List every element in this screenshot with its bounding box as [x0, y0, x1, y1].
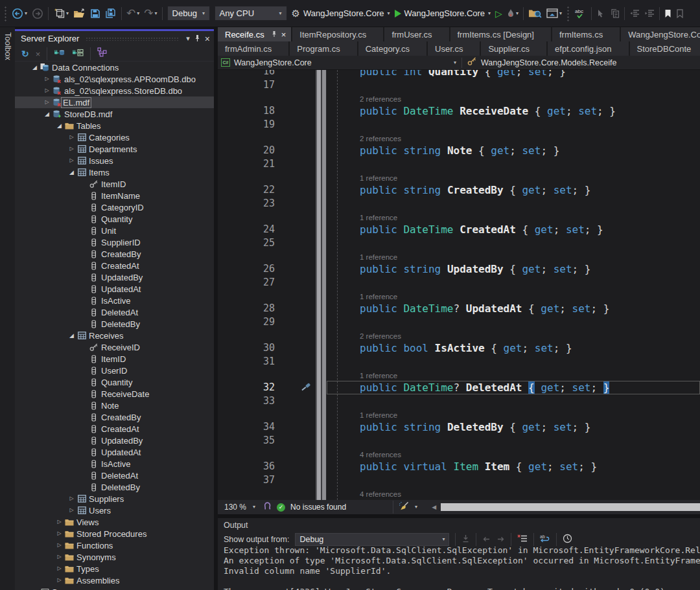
- sql-server-object-explorer-icon[interactable]: [97, 47, 107, 60]
- back-caret-icon[interactable]: [25, 11, 27, 16]
- tree-item-categories[interactable]: Categories: [15, 131, 214, 143]
- output-text[interactable]: Exception thrown: 'Microsoft.Data.SqlCli…: [218, 545, 700, 590]
- code-line-19[interactable]: 19: [218, 118, 700, 131]
- project-dropdown[interactable]: C# WangJengStore.Core: [218, 58, 461, 67]
- new-project-caret-icon[interactable]: [66, 11, 69, 16]
- tree-item-deletedat[interactable]: DeletedAt: [15, 470, 214, 481]
- expand-arrow[interactable]: [43, 100, 51, 105]
- start-debugging-button[interactable]: WangJengStore.Core: [395, 8, 491, 18]
- codelens-references[interactable]: 1 reference: [360, 293, 397, 301]
- tree-item-receivedate[interactable]: ReceiveDate: [15, 388, 214, 400]
- expand-arrow[interactable]: [67, 170, 76, 176]
- code-line-26[interactable]: 26public string UpdatedBy { get; set; }: [218, 262, 700, 276]
- decrease-indent-button[interactable]: [629, 9, 640, 17]
- paste-append-button[interactable]: [610, 8, 620, 18]
- timestamps-icon[interactable]: [563, 534, 572, 546]
- tree-item-updatedby[interactable]: UpdatedBy: [15, 271, 214, 283]
- codelens-references[interactable]: 1 reference: [360, 372, 397, 380]
- code-line-28[interactable]: 28public DateTime? UpdatedAt { get; set;…: [218, 302, 700, 315]
- configuration-dropdown[interactable]: Debug: [167, 6, 210, 21]
- tree-item-deletedat[interactable]: DeletedAt: [15, 306, 214, 318]
- tree-item-types[interactable]: Types: [15, 563, 214, 574]
- toolbar-drag-grip[interactable]: [4, 6, 7, 21]
- code-line-36[interactable]: 36public virtual Item Item { get; set; }: [218, 460, 700, 473]
- tab-wangjengstore-core-c[interactable]: WangJengStore.Core.c: [621, 27, 700, 41]
- word-wrap-icon[interactable]: ab: [540, 534, 550, 545]
- toggle-bookmark-button[interactable]: [664, 9, 671, 18]
- redo-caret-icon[interactable]: [155, 11, 158, 16]
- forward-button[interactable]: [32, 8, 43, 19]
- code-line-27[interactable]: 27: [218, 276, 700, 289]
- tree-item-views[interactable]: Views: [15, 516, 214, 528]
- tree-item-synonyms[interactable]: Synonyms: [15, 551, 214, 563]
- tree-item-deletedby[interactable]: DeletedBy: [15, 318, 214, 330]
- tree-item-data-connections[interactable]: Data Connections: [15, 62, 214, 73]
- pin-icon[interactable]: [194, 34, 201, 43]
- tree-item-departments[interactable]: Departments: [15, 143, 214, 155]
- expand-arrow[interactable]: [43, 111, 51, 117]
- zoom-dropdown[interactable]: 130 %: [222, 503, 258, 512]
- tree-item-updatedat[interactable]: UpdatedAt: [15, 283, 214, 295]
- expand-arrow[interactable]: [43, 88, 51, 93]
- connect-server-icon[interactable]: [72, 48, 84, 60]
- tree-item-createdat[interactable]: CreatedAt: [15, 423, 214, 435]
- code-line-29[interactable]: 29: [218, 315, 700, 329]
- code-line-17[interactable]: 17: [218, 78, 700, 92]
- tab-category-cs[interactable]: Category.cs: [358, 41, 426, 56]
- tree-item-functions[interactable]: Functions: [15, 539, 214, 551]
- tree-item-items[interactable]: Items: [15, 166, 214, 178]
- stop-refresh-icon[interactable]: [36, 48, 41, 60]
- next-message-icon[interactable]: [496, 534, 505, 545]
- next-bookmark-button[interactable]: [676, 9, 684, 18]
- redo-button[interactable]: [144, 8, 157, 19]
- code-line-20[interactable]: 20public string Note { get; set; }: [218, 144, 700, 157]
- expand-arrow[interactable]: [55, 543, 64, 548]
- tab-user-cs[interactable]: User.cs: [428, 41, 480, 56]
- codelens-references[interactable]: 2 references: [360, 332, 401, 340]
- expand-arrow[interactable]: [55, 566, 64, 571]
- code-line-16[interactable]: 16public int Quantity { get; set; }: [218, 70, 700, 78]
- new-project-button[interactable]: [53, 8, 69, 19]
- expand-arrow[interactable]: [43, 76, 51, 82]
- tab-frmitems-cs-design[interactable]: frmItems.cs [Design]: [450, 27, 551, 41]
- tree-item-quantity[interactable]: Quantity: [15, 376, 214, 388]
- tree-item-tables[interactable]: Tables: [15, 120, 214, 131]
- panel-menu-caret-icon[interactable]: [186, 35, 190, 42]
- startup-project-dropdown[interactable]: WangJengStore.Core: [292, 8, 390, 18]
- pin-icon[interactable]: [271, 30, 277, 40]
- tree-item-quantity[interactable]: Quantity: [15, 213, 214, 225]
- codelens-references[interactable]: 2 references: [360, 95, 401, 103]
- symbol-dropdown[interactable]: WangJengStore.Core.Models.Receife: [462, 57, 616, 68]
- tree-item-issues[interactable]: Issues: [15, 155, 214, 166]
- increase-indent-button[interactable]: [644, 9, 655, 17]
- code-line-22[interactable]: 22public string CreatedBy { get; set; }: [218, 183, 700, 197]
- health-indicator-icon[interactable]: [263, 501, 272, 513]
- code-cleanup-button[interactable]: [399, 501, 410, 514]
- tree-item-isactive[interactable]: IsActive: [15, 458, 214, 470]
- undo-button[interactable]: [126, 8, 139, 19]
- tree-item-receives[interactable]: Receives: [15, 330, 214, 341]
- clear-all-icon[interactable]: [517, 534, 528, 545]
- tree-item-note[interactable]: Note: [15, 400, 214, 411]
- code-line-34[interactable]: 34public string DeletedBy { get; set; }: [218, 420, 700, 434]
- code-line-35[interactable]: 35: [218, 434, 700, 448]
- tree-item-assemblies[interactable]: Assemblies: [15, 574, 214, 586]
- go-to-message-icon[interactable]: [461, 534, 470, 545]
- expand-arrow[interactable]: [55, 123, 64, 129]
- expand-arrow[interactable]: [67, 146, 76, 152]
- quick-actions-screwdriver-icon[interactable]: [301, 381, 311, 394]
- tree-item-receiveid[interactable]: ReceiveID: [15, 341, 214, 353]
- code-line-37[interactable]: 37: [218, 473, 700, 487]
- codelens-references[interactable]: 4 references: [360, 451, 401, 459]
- no-issues-icon[interactable]: [277, 503, 285, 512]
- expand-arrow[interactable]: [55, 554, 64, 560]
- tab-efpt-config-json[interactable]: efpt.config.json: [548, 41, 628, 56]
- spell-check-button[interactable]: abc: [574, 8, 587, 19]
- tree-item-als-02-sqlexpress-aproomdb-dbo[interactable]: als_02\sqlexpress.APRoomDB.dbo: [15, 73, 214, 85]
- connect-database-icon[interactable]: [54, 48, 65, 60]
- undo-caret-icon[interactable]: [137, 11, 139, 16]
- code-editor[interactable]: 16public int Quantity { get; set; }172 r…: [218, 70, 700, 500]
- platform-dropdown[interactable]: Any CPU: [215, 6, 287, 21]
- tree-item-el-mdf[interactable]: EL.mdf: [15, 96, 214, 108]
- code-line-30[interactable]: 30public bool IsActive { get; set; }: [218, 341, 700, 355]
